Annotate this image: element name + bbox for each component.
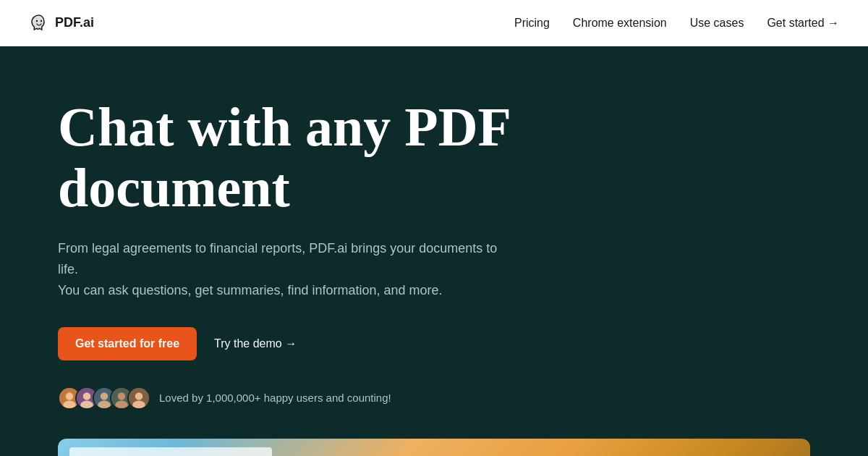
- avatar-group: [58, 387, 150, 410]
- svg-point-12: [118, 392, 126, 400]
- hero-subtitle-line2: You can ask questions, get summaries, fi…: [58, 280, 506, 301]
- svg-point-3: [66, 392, 74, 400]
- get-started-button[interactable]: Get started for free: [58, 327, 197, 360]
- try-demo-button[interactable]: Try the demo →: [214, 337, 297, 350]
- hero-section: Chat with any PDF document From legal ag…: [0, 46, 868, 439]
- hero-buttons: Get started for free Try the demo →: [58, 327, 810, 360]
- nav-get-started[interactable]: Get started →: [767, 17, 839, 30]
- svg-point-15: [135, 392, 143, 400]
- nav-pricing[interactable]: Pricing: [514, 17, 550, 30]
- logo-label: PDF.ai: [55, 15, 94, 30]
- demo-preview: [58, 439, 810, 456]
- svg-point-6: [83, 392, 91, 400]
- hero-subtitle-line1: From legal agreements to financial repor…: [58, 238, 506, 280]
- hero-subtitle: From legal agreements to financial repor…: [58, 238, 506, 300]
- nav-use-cases[interactable]: Use cases: [690, 17, 744, 30]
- svg-point-1: [41, 20, 42, 21]
- logo[interactable]: PDF.ai: [29, 13, 94, 33]
- svg-point-16: [132, 400, 145, 409]
- logo-icon: [29, 13, 49, 33]
- svg-point-4: [63, 400, 76, 409]
- social-proof-text: Loved by 1,000,000+ happy users and coun…: [159, 392, 391, 404]
- navbar: PDF.ai Pricing Chrome extension Use case…: [0, 0, 868, 46]
- svg-point-13: [115, 400, 128, 409]
- nav-chrome-extension[interactable]: Chrome extension: [573, 17, 667, 30]
- svg-point-10: [98, 400, 111, 409]
- hero-title: Chat with any PDF document: [58, 97, 637, 218]
- nav-links: Pricing Chrome extension Use cases Get s…: [514, 17, 839, 30]
- avatar-5: [127, 387, 150, 410]
- social-proof: Loved by 1,000,000+ happy users and coun…: [58, 387, 810, 410]
- svg-point-9: [101, 392, 109, 400]
- demo-search-bar: [69, 447, 272, 456]
- svg-point-7: [80, 400, 93, 409]
- svg-point-0: [36, 20, 38, 21]
- demo-preview-container: [58, 439, 810, 456]
